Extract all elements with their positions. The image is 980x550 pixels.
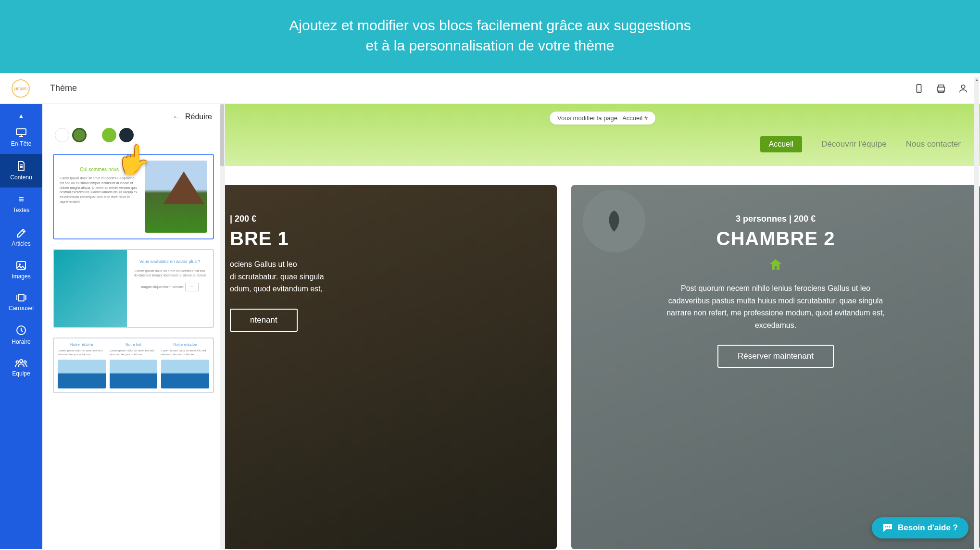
svg-rect-3 (16, 129, 26, 135)
svg-point-1 (918, 90, 919, 91)
svg-point-2 (961, 85, 965, 88)
sidenav-label: Equipe (12, 370, 30, 377)
block3-col2-heading: Notre but (110, 342, 158, 347)
block1-image (145, 161, 207, 233)
svg-point-15 (889, 526, 891, 527)
page-scrollbar[interactable]: ▴ (974, 77, 979, 549)
blocks-panel: ← Réduire 👆 Qui sommes-nous Lorem ipsum … (42, 104, 225, 549)
promo-banner: Ajoutez et modifier vos blocs facilement… (0, 0, 980, 73)
svg-point-5 (19, 263, 21, 265)
monitor-icon (15, 128, 27, 138)
room2-name: CHAMBRE 2 (598, 228, 953, 250)
sidenav-scroll-up[interactable]: ▲ (18, 112, 24, 119)
sidenav-item-carousel[interactable]: Carrousel (0, 287, 42, 318)
editing-notice: Vous modifier la page : Accueil # (550, 112, 655, 125)
site-nav: Accueil Découvrir l'équipe Nous contacte… (244, 136, 961, 152)
edit-icon (16, 227, 26, 238)
block2-cta: ··· (185, 283, 199, 291)
block-suggestion-3[interactable]: Notre histoireLorem ipsum dolor sit amet… (53, 338, 214, 393)
sidenav-label: Images (12, 273, 30, 280)
room2-book-button[interactable]: Réserver maintenant (717, 345, 834, 368)
color-swatch-1a[interactable] (55, 128, 69, 142)
scroll-up-arrow[interactable]: ▴ (974, 77, 979, 84)
nav-contact[interactable]: Nous contacter (906, 139, 961, 149)
svg-point-14 (887, 526, 889, 527)
brand-logo[interactable]: jumpim (12, 79, 30, 98)
room1-name: BRE 1 (230, 228, 530, 250)
block3-col1-heading: Notre histoire (58, 342, 106, 347)
color-swatch-2b[interactable] (119, 128, 134, 142)
lines-icon: ≡ (0, 194, 42, 204)
collapse-panel-button[interactable]: ← Réduire (173, 112, 212, 121)
block3-img3 (161, 360, 209, 388)
svg-point-12 (24, 361, 26, 363)
team-icon (15, 359, 27, 367)
svg-rect-8 (25, 295, 26, 300)
svg-point-13 (885, 526, 887, 527)
help-button[interactable]: Besoin d'aide ? (872, 517, 968, 538)
preview-canvas: Vous modifier la page : Accueil # Accuei… (225, 104, 980, 549)
workspace: ▲ En-Tête Contenu ≡ Textes Articles Imag… (0, 104, 980, 549)
house-icon (769, 258, 782, 271)
sidenav-label: Carrousel (9, 305, 34, 312)
sidenav-label: Articles (12, 240, 30, 247)
sidenav-item-header[interactable]: En-Tête (0, 121, 42, 154)
sidenav-item-articles[interactable]: Articles (0, 220, 42, 254)
block-suggestion-2[interactable]: Vous souhaitez en savoir plus ? Lorem ip… (53, 249, 214, 328)
help-label: Besoin d'aide ? (898, 523, 958, 533)
svg-point-11 (16, 361, 19, 363)
nav-home-active[interactable]: Accueil (760, 136, 803, 152)
block2-image (54, 250, 127, 327)
collapse-label: Réduire (185, 112, 212, 121)
sidenav: ▲ En-Tête Contenu ≡ Textes Articles Imag… (0, 104, 42, 549)
color-swatch-2a[interactable] (102, 128, 116, 142)
pointer-hand-icon: 👆 (115, 142, 151, 176)
room1-meta: | 200 € (230, 214, 530, 224)
room-card-1[interactable]: | 200 € BRE 1 ociens Gallus ut leo di sc… (225, 185, 557, 549)
svg-point-10 (20, 360, 23, 362)
room1-book-button[interactable]: ntenant (230, 309, 298, 332)
sidenav-item-team[interactable]: Equipe (0, 352, 42, 384)
topbar: jumpim Thème (0, 73, 980, 104)
banner-line1: Ajoutez et modifier vos blocs facilement… (0, 15, 980, 36)
sidenav-label: Horaire (12, 338, 30, 345)
sidenav-item-content[interactable]: Contenu (0, 154, 42, 188)
sidenav-item-texts[interactable]: ≡ Textes (0, 188, 42, 220)
sidenav-label: Contenu (10, 174, 32, 181)
sidenav-label: En-Tête (11, 140, 32, 147)
block2-heading: Vous souhaitez en savoir plus ? (134, 259, 207, 265)
carousel-icon (15, 293, 27, 302)
rooms-row: | 200 € BRE 1 ociens Gallus ut leo di sc… (225, 166, 980, 549)
sidenav-item-schedule[interactable]: Horaire (0, 318, 42, 352)
room2-desc: Post quorum necem nihilo lenius ferocien… (660, 282, 891, 331)
mobile-preview-icon[interactable] (914, 83, 924, 94)
sidenav-label: Textes (13, 207, 30, 213)
chat-icon (882, 523, 893, 533)
room2-meta: 3 personnes | 200 € (598, 214, 953, 224)
block3-img2 (110, 360, 158, 388)
room-card-2[interactable]: 3 personnes | 200 € CHAMBRE 2 Post quoru… (571, 185, 980, 549)
color-swatch-1b[interactable] (72, 128, 87, 142)
print-icon[interactable] (936, 83, 946, 94)
nav-team[interactable]: Découvrir l'équipe (821, 139, 887, 149)
svg-rect-6 (18, 294, 24, 301)
user-icon[interactable] (958, 83, 968, 94)
document-icon (16, 161, 26, 171)
sidenav-item-images[interactable]: Images (0, 254, 42, 287)
block3-col3-heading: Notre mission (161, 342, 209, 347)
svg-rect-7 (16, 295, 17, 300)
block3-img1 (58, 360, 106, 388)
page-title: Thème (50, 83, 77, 93)
arrow-left-icon: ← (173, 112, 180, 121)
site-header: Vous modifier la page : Accueil # Accuei… (225, 104, 980, 166)
image-icon (16, 261, 26, 270)
room1-desc: ociens Gallus ut leo di scrutabatur. qua… (230, 258, 461, 295)
banner-line2: et à la personnalisation de votre thème (0, 36, 980, 56)
clock-icon (16, 325, 26, 336)
panel-scrollbar[interactable] (220, 104, 225, 549)
